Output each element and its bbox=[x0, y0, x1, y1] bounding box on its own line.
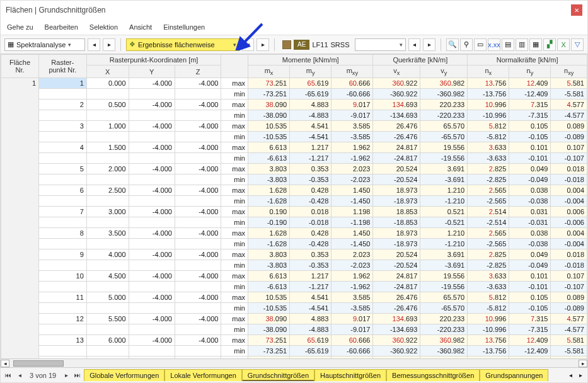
col-my[interactable]: my bbox=[290, 66, 331, 78]
table-row[interactable]: min-73.251-65.619-60.666-360.922-360.982… bbox=[1, 89, 587, 100]
analysis-type-combo[interactable]: ▦ Spektralanalyse ▾ bbox=[4, 38, 85, 51]
tab-last-button[interactable]: ⏭ bbox=[72, 370, 83, 380]
colgrp-raster-coord[interactable]: Rasterpunkt-Koordinaten [m] bbox=[86, 55, 221, 66]
table-row[interactable]: 110.000-4.000-4.000max73.25165.61960.666… bbox=[1, 78, 587, 89]
scroll-thumb[interactable] bbox=[13, 360, 64, 367]
cell-nxy: 0.004 bbox=[551, 228, 587, 239]
cell-y bbox=[129, 324, 175, 335]
find-icon[interactable]: 🔍 bbox=[446, 38, 459, 51]
table-row[interactable]: min-6.613-1.217-1.962-24.817-19.556-3.63… bbox=[1, 153, 587, 164]
results-table-wrap[interactable]: Fläche Nr. Raster- punkt Nr. Rasterpunkt… bbox=[1, 54, 587, 358]
menu-goto[interactable]: Gehe zu bbox=[6, 22, 35, 32]
layout-2-icon[interactable]: ▥ bbox=[516, 38, 528, 51]
loadcase-combo[interactable]: ▾ bbox=[355, 38, 406, 51]
table-row[interactable]: 41.500-4.000-4.000max6.6131.2171.96224.8… bbox=[1, 142, 587, 153]
layout-3-icon[interactable]: ▦ bbox=[529, 38, 542, 51]
results-mode-combo[interactable]: ❖ Ergebnisse flächenweise ▾ bbox=[126, 38, 239, 51]
cell-raster-nr: 2 bbox=[39, 100, 87, 110]
table-row[interactable]: 140.000-3.500-4.000max3.68732.34711.6962… bbox=[1, 357, 587, 358]
filter-icon[interactable]: ⚲ bbox=[460, 38, 473, 51]
menu-settings[interactable]: Einstellungen bbox=[162, 22, 206, 32]
col-vy[interactable]: vy bbox=[420, 66, 468, 78]
tab-bemessungsschnittgrößen[interactable]: Bemessungsschnittgrößen bbox=[386, 369, 480, 381]
table-row[interactable]: 52.000-4.000-4.000max3.8030.3532.02320.5… bbox=[1, 164, 587, 174]
export-excel-icon[interactable]: X bbox=[557, 38, 570, 51]
col-y[interactable]: Y bbox=[129, 66, 175, 78]
tab-lokale-verformungen[interactable]: Lokale Verformungen bbox=[164, 369, 242, 381]
table-row[interactable]: 136.000-4.000-4.000max73.25165.61960.666… bbox=[1, 335, 587, 346]
table-row[interactable]: 31.000-4.000-4.000max10.5354.5413.58526.… bbox=[1, 121, 587, 132]
tab-prev-button[interactable]: ◂ bbox=[14, 370, 25, 380]
colgrp-momente[interactable]: Momente [kNm/m] bbox=[248, 55, 373, 66]
cell-x: 1.000 bbox=[86, 121, 129, 132]
col-z[interactable]: Z bbox=[175, 66, 221, 78]
col-type[interactable] bbox=[221, 55, 248, 78]
chart-icon[interactable]: ▞ bbox=[543, 38, 556, 51]
tab-scroll-right-icon[interactable]: ▸ bbox=[576, 371, 585, 380]
col-ny[interactable]: ny bbox=[509, 66, 551, 78]
prev-analysis-button[interactable]: ◂ bbox=[88, 38, 100, 51]
table-row[interactable]: min-10.535-4.541-3.585-26.476-65.570-5.8… bbox=[1, 303, 587, 314]
table-row[interactable]: 73.000-4.000-4.000max0.1900.0181.19818.8… bbox=[1, 207, 587, 217]
cell-type: min bbox=[221, 217, 248, 228]
table-row[interactable]: 125.500-4.000-4.000max38.0904.8839.01713… bbox=[1, 314, 587, 324]
col-x[interactable]: X bbox=[86, 66, 129, 78]
cell-y bbox=[129, 260, 175, 271]
col-mxy[interactable]: mxy bbox=[331, 66, 373, 78]
table-row[interactable]: min-1.628-0.428-1.450-18.973-1.210-2.565… bbox=[1, 196, 587, 207]
cell-vy: -1.210 bbox=[420, 196, 468, 207]
tab-grundschnittgrößen[interactable]: Grundschnittgrößen bbox=[242, 369, 314, 381]
tab-globale-verformungen[interactable]: Globale Verformungen bbox=[84, 369, 164, 381]
cell-vy: -19.556 bbox=[420, 153, 468, 164]
tab-next-button[interactable]: ▸ bbox=[61, 370, 71, 380]
tab-scroll-left-icon[interactable]: ◂ bbox=[566, 371, 575, 380]
prev-results-button[interactable]: ◂ bbox=[242, 38, 255, 51]
layout-1-icon[interactable]: ▤ bbox=[502, 38, 514, 51]
col-mx[interactable]: mx bbox=[248, 66, 290, 78]
table-row[interactable]: min-6.613-1.217-1.962-24.817-19.556-3.63… bbox=[1, 282, 587, 292]
tab-hauptschnittgrößen[interactable]: Hauptschnittgrößen bbox=[314, 369, 386, 381]
table-row[interactable]: 115.000-4.000-4.000max10.5354.5413.58526… bbox=[1, 292, 587, 303]
scroll-left-icon[interactable]: ◂ bbox=[1, 360, 9, 367]
table-row[interactable]: 94.000-4.000-4.000max3.8030.3532.02320.5… bbox=[1, 249, 587, 260]
scroll-right-icon[interactable]: ▸ bbox=[579, 360, 587, 367]
table-row[interactable]: min-1.628-0.428-1.450-18.973-1.210-2.565… bbox=[1, 239, 587, 249]
horizontal-scrollbar[interactable]: ◂ ▸ bbox=[1, 358, 587, 367]
table-row[interactable]: 20.500-4.000-4.000max38.0904.8839.017134… bbox=[1, 100, 587, 110]
table-row[interactable]: 83.500-4.000-4.000max1.6280.4281.45018.9… bbox=[1, 228, 587, 239]
menu-select[interactable]: Selektion bbox=[88, 22, 119, 32]
cell-mxy: -2.023 bbox=[331, 174, 373, 185]
next-analysis-button[interactable]: ▸ bbox=[103, 38, 115, 51]
cell-z bbox=[175, 260, 221, 271]
col-nx[interactable]: nx bbox=[468, 66, 509, 78]
next-results-button[interactable]: ▸ bbox=[257, 38, 269, 51]
table-row[interactable]: 62.500-4.000-4.000max1.6280.4281.45018.9… bbox=[1, 185, 587, 196]
table-row[interactable]: min-38.090-4.883-9.017-134.693-220.233-1… bbox=[1, 110, 587, 121]
table-row[interactable]: min-3.803-0.353-2.023-20.524-3.691-2.825… bbox=[1, 260, 587, 271]
table-row[interactable]: 104.500-4.000-4.000max6.6131.2171.96224.… bbox=[1, 271, 587, 282]
tab-grundspannungen[interactable]: Grundspannungen bbox=[480, 369, 548, 381]
col-flaeche-nr[interactable]: Fläche Nr. bbox=[1, 55, 39, 78]
next-loadcase-button[interactable]: ▸ bbox=[423, 38, 435, 51]
table-row[interactable]: min-0.190-0.018-1.198-18.853-0.521-2.514… bbox=[1, 217, 587, 228]
col-nxy[interactable]: nxy bbox=[551, 66, 587, 78]
funnel-icon[interactable]: ▽ bbox=[571, 38, 584, 51]
close-button[interactable]: ✕ bbox=[571, 4, 582, 16]
colgrp-querkraefte[interactable]: Querkräfte [kN/m] bbox=[373, 55, 468, 66]
table-row[interactable]: min-10.535-4.541-3.585-26.476-65.570-5.8… bbox=[1, 132, 587, 142]
colgrp-normalkraefte[interactable]: Normalkräfte [kN/m] bbox=[468, 55, 587, 66]
table-row[interactable]: min-38.090-4.883-9.017-134.693-220.233-1… bbox=[1, 324, 587, 335]
cell-nxy: -5.581 bbox=[551, 89, 587, 100]
table-row[interactable]: min-3.803-0.353-2.023-20.524-3.691-2.825… bbox=[1, 174, 587, 185]
col-raster-nr[interactable]: Raster- punkt Nr. bbox=[39, 55, 87, 78]
view-3d-icon[interactable]: ▭ bbox=[474, 38, 487, 51]
axis-icon[interactable]: x.xx bbox=[488, 38, 500, 51]
prev-loadcase-button[interactable]: ◂ bbox=[408, 38, 421, 51]
tab-first-button[interactable]: ⏮ bbox=[3, 370, 13, 380]
cell-nxy: 0.004 bbox=[551, 185, 587, 196]
col-vx[interactable]: vx bbox=[373, 66, 420, 78]
menu-view[interactable]: Ansicht bbox=[128, 22, 153, 32]
table-row[interactable]: min-73.251-65.619-60.666-360.922-360.982… bbox=[1, 346, 587, 357]
menu-edit[interactable]: Bearbeiten bbox=[43, 22, 79, 32]
cell-raster-nr: 13 bbox=[39, 335, 87, 346]
